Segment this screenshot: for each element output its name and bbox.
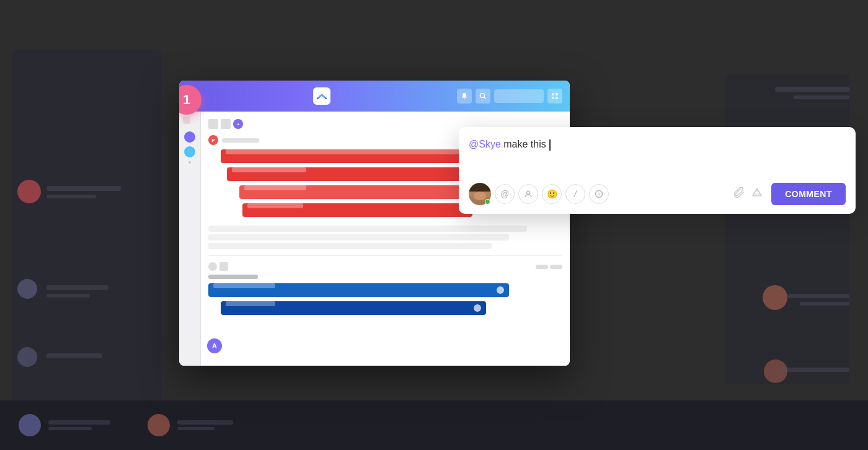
task-bar-inner-3 — [244, 185, 306, 190]
header-expand-icon[interactable] — [547, 89, 562, 104]
bg-bar-right-2 — [794, 95, 849, 99]
bg-right-panel — [725, 74, 849, 384]
search-icon — [479, 92, 487, 100]
bottom-avatar-1 — [19, 414, 41, 436]
comment-submit-button[interactable]: COMMENT — [771, 183, 846, 205]
bg-avatar-3 — [17, 347, 37, 367]
task-bar-blue-inner-1 — [213, 283, 275, 288]
window-avatar: A — [207, 338, 222, 353]
status-button[interactable] — [589, 184, 609, 204]
bg-bar-right-5 — [781, 368, 849, 372]
window-header: 1 — [179, 81, 570, 112]
gray-row-3 — [208, 243, 492, 249]
task-bar-blue-dot-1 — [497, 286, 504, 294]
section-icons-right — [536, 265, 562, 269]
svg-point-1 — [480, 94, 485, 98]
bg-avatar-1 — [17, 180, 41, 203]
task-bar-red-3 — [239, 185, 487, 199]
slash-command-button[interactable]: / — [565, 184, 585, 204]
gray-row-2 — [208, 234, 509, 240]
sidebar-toolbar — [183, 117, 197, 124]
bg-bar-1 — [46, 186, 121, 191]
bg-bar-right-3 — [787, 294, 849, 298]
bg-avatar-2 — [17, 279, 37, 299]
circle-status-icon — [595, 190, 603, 198]
app-logo — [313, 87, 330, 105]
sidebar-dot-1 — [184, 131, 195, 143]
toolbar-icon-add: + — [233, 119, 243, 129]
bell-icon — [461, 92, 468, 100]
header-left — [313, 87, 330, 105]
notification-badge: 1 — [179, 85, 202, 115]
commenter-avatar-container — [469, 183, 491, 205]
bottom-bar-text-1 — [48, 420, 110, 425]
svg-rect-4 — [556, 93, 558, 95]
assign-icon — [524, 190, 533, 198]
header-search-bar — [494, 89, 544, 103]
paperclip-icon — [734, 187, 745, 198]
clickup-logo-icon — [316, 90, 327, 102]
gray-row-1 — [208, 226, 527, 232]
window-sidebar — [179, 112, 201, 366]
avatar-lower-face — [474, 192, 486, 200]
task-bar-blue-inner-2 — [226, 301, 275, 306]
section-info-left — [208, 262, 228, 271]
avatar-hair — [469, 183, 491, 192]
bottom-bar-text-3 — [177, 420, 233, 425]
mention-tag: @Skye — [469, 139, 501, 149]
section-avatar — [208, 262, 217, 271]
toolbar-icon-grid — [208, 119, 218, 129]
bg-bar-4 — [46, 294, 90, 298]
section-divider — [208, 255, 562, 256]
emoji-button[interactable]: 🙂 — [542, 184, 562, 204]
bg-bar-5 — [46, 353, 102, 358]
google-drive-icon — [751, 187, 763, 198]
task-bar-inner-4 — [247, 203, 303, 208]
bottom-avatar-2 — [148, 414, 170, 436]
attachment-button[interactable] — [734, 187, 745, 201]
header-bell-icon[interactable] — [457, 89, 472, 104]
toolbar-icon-user — [221, 119, 231, 129]
svg-rect-5 — [552, 97, 554, 99]
bg-bar-right-4 — [800, 302, 849, 306]
bg-bar-right-1 — [775, 87, 849, 92]
bottom-bar-text-4 — [177, 427, 215, 430]
gray-rows — [208, 226, 562, 249]
comment-toolbar: @ 🙂 / — [469, 183, 846, 205]
svg-line-2 — [484, 97, 486, 99]
section-info — [208, 262, 562, 271]
toolbar-icons: + — [208, 119, 243, 129]
bg-bar-2 — [46, 195, 96, 198]
section-icon-sm-1 — [536, 265, 548, 269]
svg-rect-0 — [464, 98, 465, 99]
blue-section-header — [208, 275, 562, 279]
online-indicator — [485, 199, 490, 205]
comment-popup: @Skye make this @ — [459, 127, 856, 214]
svg-point-7 — [527, 192, 530, 195]
header-right — [457, 89, 562, 104]
task-bar-blue-2 — [221, 301, 486, 315]
sidebar-dot-2 — [184, 146, 195, 157]
gdrive-button[interactable] — [751, 187, 763, 201]
section-icon-sm-2 — [550, 265, 562, 269]
task-bar-blue-dot-2 — [474, 304, 481, 312]
comment-body-text: make this — [501, 139, 549, 149]
svg-rect-6 — [556, 97, 558, 99]
bg-avatar-right-1 — [763, 285, 787, 310]
comment-text-area[interactable]: @Skye make this — [469, 137, 846, 174]
svg-point-9 — [598, 193, 601, 196]
text-cursor — [549, 139, 551, 151]
bottom-bar — [0, 400, 868, 450]
sidebar-grid-icon — [183, 117, 190, 124]
expand-icon — [551, 92, 559, 100]
header-search-icon[interactable] — [476, 89, 490, 104]
main-app-window: 1 — [179, 81, 570, 366]
section-icon — [219, 262, 228, 271]
task-title-bar — [222, 138, 259, 143]
mention-button[interactable]: @ — [495, 184, 515, 204]
assign-button[interactable] — [518, 184, 538, 204]
bg-bar-3 — [46, 285, 108, 290]
task-bar-blue-1 — [208, 283, 509, 297]
blue-section-title — [208, 275, 258, 279]
svg-rect-3 — [552, 93, 554, 95]
